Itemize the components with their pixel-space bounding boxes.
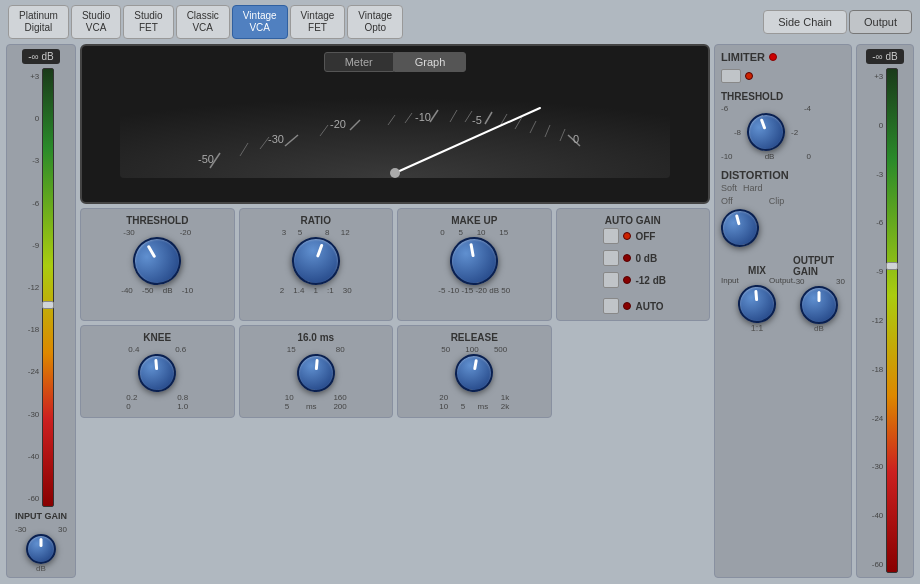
right-strip: LIMITER THRESHOLD -6 -4 -8 — [714, 44, 914, 578]
ag-row-auto: AUTO — [603, 298, 663, 314]
svg-text:-30: -30 — [268, 133, 284, 145]
preset-buttons: PlatinumDigital StudioVCA StudioFET Clas… — [8, 5, 403, 39]
input-gain-knob-group: -30 30 dB — [15, 525, 67, 573]
top-right-buttons: Side Chain Output — [763, 10, 912, 34]
input-gain-label: INPUT GAIN — [15, 511, 67, 521]
mix-scale: Input Output — [721, 276, 793, 285]
auto-gain-group: OFF 0 dB -12 dB — [599, 228, 666, 314]
meter-display: Meter Graph -50 — [80, 44, 710, 204]
distortion-title: DISTORTION — [721, 169, 845, 181]
preset-btn-vintage-opto[interactable]: VintageOpto — [347, 5, 403, 39]
limiter-panel: LIMITER THRESHOLD -6 -4 -8 — [714, 44, 852, 578]
right-top-row: LIMITER THRESHOLD -6 -4 -8 — [714, 44, 914, 578]
threshold-box: THRESHOLD -30 -20 -40 -50 dB -10 — [80, 208, 235, 321]
distortion-section: DISTORTION Soft Hard Off Clip — [721, 169, 845, 247]
limiter-toggle-row — [721, 69, 845, 83]
makeup-scale-top: 0 5 10 15 — [440, 228, 508, 237]
release-title: RELEASE — [451, 332, 498, 343]
limiter-thresh-scale-top: -6 -4 — [721, 104, 811, 113]
ratio-title: RATIO — [301, 215, 331, 226]
main-container: PlatinumDigital StudioVCA StudioFET Clas… — [0, 0, 920, 584]
meter-tab-graph[interactable]: Graph — [394, 52, 467, 72]
preset-btn-studio-fet[interactable]: StudioFET — [123, 5, 173, 39]
preset-btn-classic-vca[interactable]: ClassicVCA — [176, 5, 230, 39]
limiter-header: LIMITER — [721, 51, 845, 63]
ag-led-auto — [623, 302, 631, 310]
output-button[interactable]: Output — [849, 10, 912, 34]
output-db-unit: dB — [814, 324, 824, 333]
ag-checkbox-minus12[interactable] — [603, 272, 619, 288]
makeup-title: MAKE UP — [451, 215, 497, 226]
input-gain-strip: -∞ dB +3 0 -3 -6 -9 -12 -18 -24 -30 -40 … — [6, 44, 76, 578]
distortion-knob[interactable] — [717, 205, 764, 252]
attack-title: 16.0 ms — [297, 332, 334, 343]
dist-off: Off — [721, 196, 733, 206]
preset-btn-studio-vca[interactable]: StudioVCA — [71, 5, 121, 39]
makeup-knob[interactable] — [446, 233, 502, 289]
limiter-threshold-label: THRESHOLD — [721, 91, 845, 102]
input-gain-knob[interactable] — [26, 534, 56, 564]
threshold-scale-bot: -40 -50 dB -10 — [121, 286, 193, 295]
dist-options-row: Soft Hard — [721, 183, 845, 193]
output-gain-group: OUTPUT GAIN -30 30 dB — [793, 255, 845, 333]
top-bar: PlatinumDigital StudioVCA StudioFET Clas… — [0, 0, 920, 44]
limiter-toggle-led — [745, 72, 753, 80]
preset-btn-platinum[interactable]: PlatinumDigital — [8, 5, 69, 39]
makeup-scale-bot: -5 -10 -15 -20 dB 50 — [438, 286, 510, 295]
limiter-title: LIMITER — [721, 51, 765, 63]
svg-text:0: 0 — [573, 133, 579, 145]
output-fader-box: -∞ dB +3 0 -3 -6 -9 -12 -18 -24 -30 — [856, 44, 914, 578]
input-db-unit: dB — [36, 564, 46, 573]
ag-checkbox-auto[interactable] — [603, 298, 619, 314]
svg-text:-5: -5 — [472, 114, 482, 126]
threshold-title: THRESHOLD — [126, 215, 188, 226]
output-fader-area: +3 0 -3 -6 -9 -12 -18 -24 -30 -40 -60 — [859, 68, 911, 573]
controls-bottom-row: KNEE 0.4 0.6 0.2 0.8 0 1.0 — [80, 325, 710, 418]
ag-label-off: OFF — [635, 231, 655, 242]
input-fader-track[interactable] — [42, 68, 54, 507]
meter-tabs: Meter Graph — [88, 52, 702, 72]
center-main: Meter Graph -50 — [80, 44, 710, 578]
side-chain-button[interactable]: Side Chain — [763, 10, 847, 34]
ag-led-minus12 — [623, 276, 631, 284]
limiter-threshold-knob[interactable] — [742, 108, 791, 157]
meter-tab-meter[interactable]: Meter — [324, 52, 394, 72]
knee-title: KNEE — [143, 332, 171, 343]
input-fader-area: +3 0 -3 -6 -9 -12 -18 -24 -30 -40 -60 — [9, 68, 73, 507]
knee-knob[interactable] — [137, 352, 178, 393]
output-gain-title: OUTPUT GAIN — [793, 255, 845, 277]
limiter-thresh-scale-bot: -10 dB 0 — [721, 152, 811, 161]
ag-checkbox-0db[interactable] — [603, 250, 619, 266]
mix-ratio: 1:1 — [751, 323, 764, 333]
ag-checkbox-off[interactable] — [603, 228, 619, 244]
dist-clip: Clip — [769, 196, 785, 206]
attack-scale-bot: 10 160 — [285, 393, 347, 402]
ratio-knob[interactable] — [285, 230, 347, 292]
limiter-checkbox[interactable] — [721, 69, 741, 83]
attack-knob[interactable] — [295, 352, 336, 393]
mix-knob[interactable] — [736, 283, 777, 324]
limiter-led — [769, 53, 777, 61]
threshold-knob[interactable] — [124, 228, 190, 294]
output-fader-track[interactable] — [886, 68, 898, 573]
release-scale-bot2: 10 5 ms 2k — [439, 402, 509, 411]
output-gain-knob[interactable] — [800, 286, 838, 324]
limiter-thresh-left: -8 — [721, 128, 741, 137]
ratio-box: RATIO 3 5 8 12 2 1.4 1 :1 30 — [239, 208, 394, 321]
ratio-scale-bot: 2 1.4 1 :1 30 — [280, 286, 352, 295]
preset-btn-vintage-vca[interactable]: VintageVCA — [232, 5, 288, 39]
output-scale-marks: +3 0 -3 -6 -9 -12 -18 -24 -30 -40 -60 — [872, 68, 884, 573]
dist-soft: Soft — [721, 183, 737, 193]
preset-btn-vintage-fet[interactable]: VintageFET — [290, 5, 346, 39]
dist-hard: Hard — [743, 183, 763, 193]
release-knob[interactable] — [452, 351, 496, 395]
output-fader-handle[interactable] — [886, 262, 898, 270]
attack-scale-bot2: 5 ms 200 — [285, 402, 347, 411]
mix-group: MIX Input Output 1:1 — [721, 265, 793, 333]
attack-scale-top: 15 80 — [287, 345, 345, 354]
ag-row-0db: 0 dB — [603, 250, 657, 266]
input-fader-handle[interactable] — [42, 301, 54, 309]
vu-meter-svg: -50 -30 -20 -10 -5 0 — [88, 78, 702, 178]
ag-label-auto: AUTO — [635, 301, 663, 312]
svg-text:-50: -50 — [198, 153, 214, 165]
